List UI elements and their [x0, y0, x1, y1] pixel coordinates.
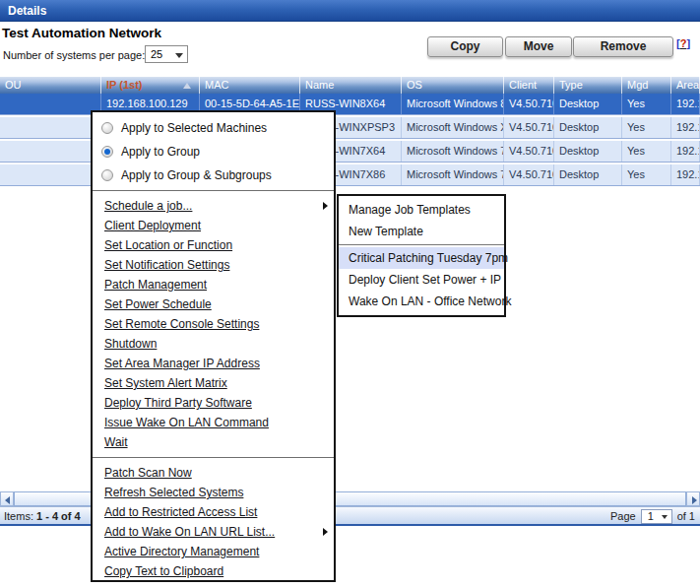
menu-item[interactable]: Shutdown — [93, 334, 334, 354]
radio-icon — [101, 169, 113, 181]
cell-area_m: 192.16 — [671, 164, 700, 185]
dropdown-arrow-icon — [662, 515, 668, 519]
column-header-os[interactable]: OS — [402, 77, 504, 94]
menu-group: Schedule a job...Client DeploymentSet Lo… — [93, 194, 334, 454]
radio-label: Apply to Selected Machines — [121, 121, 267, 135]
column-header-client[interactable]: Client — [504, 77, 554, 94]
cell-os: Microsoft Windows 7 ... — [402, 141, 504, 162]
menu-item-label: Add to Restricted Access List — [104, 505, 257, 519]
menu-item[interactable]: Set Power Schedule — [93, 294, 334, 314]
column-header-ip[interactable]: IP (1st) — [101, 77, 200, 94]
menu-radio-option[interactable]: Apply to Group — [93, 140, 334, 163]
help-link[interactable]: [?] — [676, 37, 690, 49]
menu-separator — [93, 190, 334, 191]
submenu-arrow-icon — [323, 528, 328, 536]
submenu-item[interactable]: Deploy Client Set Power + IP — [339, 269, 504, 291]
cell-area_m: 192.16 — [671, 141, 700, 162]
menu-radio-option[interactable]: Apply to Group & Subgroups — [93, 163, 334, 187]
per-page-label: Number of systems per page: — [3, 49, 145, 61]
menu-item-label: Set System Alert Matrix — [104, 376, 227, 390]
menu-item[interactable]: Patch Scan Now — [93, 463, 334, 483]
menu-item[interactable]: Issue Wake On LAN Command — [93, 413, 334, 432]
items-label: Items: — [4, 510, 33, 522]
column-header-label: Area M — [676, 79, 700, 91]
cell-type: Desktop — [554, 117, 622, 138]
page-value: 1 — [648, 510, 654, 522]
submenu-item-highlighted[interactable]: Critical Patching Tuesday 7pm — [339, 247, 504, 269]
cell-client: V4.50.710.. — [504, 117, 554, 138]
menu-item-label: Set Area Manager IP Address — [104, 357, 260, 370]
column-header-type[interactable]: Type — [554, 77, 622, 94]
table-header: OUIP (1st)MACNameOSClientTypeMgdArea M — [0, 77, 700, 94]
menu-item[interactable]: Set Area Manager IP Address — [93, 354, 334, 373]
scroll-right-button[interactable] — [686, 491, 700, 506]
menu-item[interactable]: Deploy Third Party Software — [93, 393, 334, 413]
cell-mgd: Yes — [622, 94, 671, 114]
window-title: Details — [0, 0, 46, 18]
menu-item[interactable]: Active Directory Management — [93, 542, 334, 561]
cell-ou — [0, 141, 101, 162]
cell-ou — [0, 94, 101, 114]
cell-type: Desktop — [554, 141, 622, 162]
cell-area_m: 192.16 — [671, 117, 700, 138]
menu-item[interactable]: Set Notification Settings — [93, 255, 334, 275]
page-label: Page — [610, 510, 636, 522]
cell-ou — [0, 117, 101, 138]
cell-os: Microsoft Windows X... — [402, 117, 504, 138]
submenu-arrow-icon — [323, 202, 328, 210]
column-header-label: OS — [407, 79, 422, 91]
menu-group: Patch Scan NowRefresh Selected SystemsAd… — [93, 461, 334, 583]
menu-item[interactable]: Client Deployment — [93, 216, 334, 235]
submenu-item[interactable]: New Template — [339, 221, 504, 242]
menu-item-label: Set Power Schedule — [104, 297, 212, 311]
menu-item-label: Refresh Selected Systems — [104, 486, 243, 499]
cell-os: Microsoft Windows 8 ... — [402, 94, 504, 114]
column-header-name[interactable]: Name — [300, 77, 402, 94]
menu-item[interactable]: Schedule a job... — [93, 196, 334, 216]
details-title-bar: Details — [0, 0, 700, 22]
cell-mgd: Yes — [622, 117, 671, 138]
page-of-label: of 1 — [677, 510, 695, 522]
move-button[interactable]: Move — [505, 36, 572, 57]
menu-item[interactable]: Add to Restricted Access List — [93, 502, 334, 522]
menu-item-label: Schedule a job... — [104, 199, 192, 213]
menu-item[interactable]: Set Location or Function — [93, 235, 334, 255]
column-header-mgd[interactable]: Mgd — [622, 77, 671, 94]
column-header-label: Type — [559, 79, 583, 91]
remove-button[interactable]: Remove — [573, 36, 673, 57]
menu-item[interactable]: Wait — [93, 432, 334, 452]
menu-item-label: Active Directory Management — [104, 545, 259, 558]
menu-separator — [339, 244, 504, 245]
cell-client: V4.50.710.. — [504, 164, 554, 185]
menu-item-label: Set Location or Function — [104, 238, 232, 252]
column-header-ou[interactable]: OU — [0, 77, 101, 94]
menu-item[interactable]: Set Remote Console Settings — [93, 314, 334, 334]
scroll-left-button[interactable] — [0, 491, 14, 506]
cell-type: Desktop — [554, 164, 622, 185]
menu-item[interactable]: Refresh Selected Systems — [93, 483, 334, 502]
menu-item-label: Deploy Third Party Software — [104, 396, 252, 410]
cell-mgd: Yes — [622, 141, 671, 162]
submenu-item[interactable]: Wake On LAN - Office Network — [339, 291, 504, 312]
column-header-area_m[interactable]: Area M — [671, 77, 700, 94]
radio-label: Apply to Group & Subgroups — [121, 168, 272, 182]
sort-ascending-icon — [183, 83, 191, 89]
column-header-mac[interactable]: MAC — [200, 77, 300, 94]
menu-item[interactable]: Add to Wake On LAN URL List... — [93, 522, 334, 542]
per-page-value: 25 — [151, 48, 162, 60]
cell-os: Microsoft Windows 7 ... — [402, 164, 504, 185]
menu-item-label: Patch Management — [104, 278, 207, 292]
menu-item[interactable]: Set System Alert Matrix — [93, 373, 334, 393]
column-header-label: IP (1st) — [106, 79, 142, 91]
submenu-item[interactable]: Manage Job Templates — [339, 199, 504, 221]
menu-item-label: Add to Wake On LAN URL List... — [104, 525, 275, 539]
radio-icon — [101, 122, 113, 134]
per-page-select[interactable]: 25 — [145, 45, 188, 63]
copy-button[interactable]: Copy — [427, 36, 503, 57]
menu-radio-option[interactable]: Apply to Selected Machines — [93, 116, 334, 140]
menu-item[interactable]: Copy Text to Clipboard — [93, 561, 334, 581]
menu-item[interactable]: Patch Management — [93, 275, 334, 294]
menu-item-label: Patch Scan Now — [104, 466, 192, 480]
page-select[interactable]: 1 — [641, 509, 672, 524]
cell-mgd: Yes — [622, 164, 671, 185]
